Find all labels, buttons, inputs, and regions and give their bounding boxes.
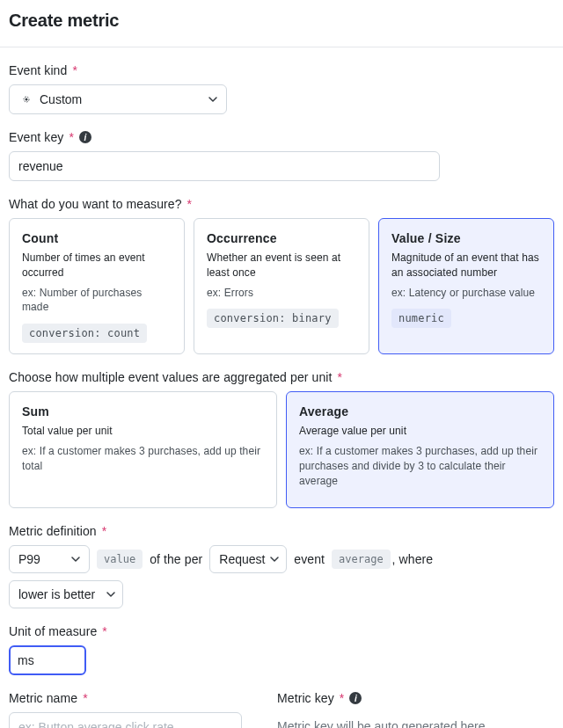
label-text: Event kind — [9, 63, 67, 77]
label-text: Event key — [9, 130, 63, 144]
event-kind-label: Event kind * — [9, 63, 554, 77]
definition-stat-select[interactable]: P99 — [9, 545, 90, 573]
name-key-row: Metric name * Metric key * i Metric key … — [9, 691, 554, 728]
metric-name-label: Metric name * — [9, 691, 242, 705]
header-divider — [0, 47, 563, 47]
definition-text-where: , where — [392, 552, 434, 566]
card-title: Occurrence — [207, 231, 356, 245]
aggregation-option-average[interactable]: Average Average value per unit ex: If a … — [286, 391, 554, 508]
metric-key-generated-text: Metric key will be auto generated here — [277, 712, 554, 728]
definition-label: Metric definition * — [9, 524, 554, 538]
stat-value: P99 — [18, 552, 40, 566]
required-marker: * — [102, 624, 107, 638]
card-title: Count — [22, 231, 172, 245]
event-key-label: Event key * i — [9, 130, 554, 144]
unit-of-measure-input[interactable] — [9, 645, 86, 675]
measure-option-occurrence[interactable]: Occurrence Whether an event is seen at l… — [194, 218, 369, 354]
measure-label: What do you want to measure? * — [9, 197, 554, 211]
card-desc: Number of times an event occurred — [22, 251, 172, 280]
metric-name-input[interactable] — [9, 712, 242, 728]
card-example: ex: Errors — [207, 286, 356, 301]
card-example: ex: Number of purchases made — [22, 286, 172, 316]
measure-option-count[interactable]: Count Number of times an event occurred … — [9, 218, 185, 354]
card-title: Average — [299, 404, 541, 419]
required-marker: * — [83, 691, 88, 705]
definition-section: Metric definition * P99 value of the per… — [9, 524, 554, 608]
card-title: Sum — [22, 404, 264, 419]
required-marker: * — [340, 691, 345, 705]
measure-options: Count Number of times an event occurred … — [9, 218, 554, 354]
metric-name-col: Metric name * — [9, 691, 242, 728]
card-desc: Total value per unit — [22, 424, 264, 439]
event-kind-value: Custom — [40, 92, 82, 106]
card-desc: Average value per unit — [299, 424, 541, 439]
card-title: Value / Size — [391, 231, 541, 245]
definition-stat-wrap: P99 — [9, 545, 90, 573]
target-icon — [20, 93, 33, 106]
aggregation-options: Sum Total value per unit ex: If a custom… — [9, 391, 554, 508]
aggregation-option-sum[interactable]: Sum Total value per unit ex: If a custom… — [9, 391, 277, 508]
definition-row: P99 value of the per Request event avera… — [9, 545, 554, 608]
required-marker: * — [69, 130, 74, 144]
label-text: Metric definition — [9, 524, 97, 538]
card-desc: Whether an event is seen at least once — [207, 251, 356, 280]
metric-key-label: Metric key * i — [277, 691, 554, 705]
event-kind-select-wrap: Custom — [9, 84, 227, 114]
event-kind-section: Event kind * Custom — [9, 63, 554, 114]
card-tag: conversion: count — [22, 324, 147, 343]
event-kind-select[interactable]: Custom — [9, 84, 227, 114]
label-text: Choose how multiple event values are agg… — [9, 370, 333, 384]
required-marker: * — [338, 370, 343, 384]
aggregation-label: Choose how multiple event values are agg… — [9, 370, 554, 384]
unit-of-measure-section: Unit of measure * — [9, 624, 554, 675]
definition-direction-select[interactable]: lower is better — [9, 580, 123, 608]
definition-unit-wrap: Request — [209, 545, 287, 573]
aggregation-section: Choose how multiple event values are agg… — [9, 370, 554, 508]
definition-direction-wrap: lower is better — [9, 580, 123, 608]
card-example: ex: Latency or purchase value — [391, 286, 541, 301]
required-marker: * — [72, 63, 77, 77]
direction-value: lower is better — [18, 587, 95, 601]
definition-average-tag: average — [332, 550, 391, 569]
label-text: Metric name — [9, 691, 77, 705]
unit-value: Request — [219, 552, 265, 566]
measure-option-value-size[interactable]: Value / Size Magnitude of an event that … — [378, 218, 554, 354]
required-marker: * — [102, 524, 107, 538]
page-title: Create metric — [9, 11, 554, 47]
metric-key-col: Metric key * i Metric key will be auto g… — [277, 691, 554, 728]
definition-text-event: event — [294, 552, 325, 566]
info-icon[interactable]: i — [349, 692, 362, 704]
svg-point-1 — [26, 98, 28, 101]
unit-of-measure-label: Unit of measure * — [9, 624, 554, 638]
info-icon[interactable]: i — [79, 131, 91, 143]
required-marker: * — [187, 197, 193, 211]
card-example: ex: If a customer makes 3 purchases, add… — [22, 444, 264, 474]
measure-section: What do you want to measure? * Count Num… — [9, 197, 554, 354]
card-example: ex: If a customer makes 3 purchases, add… — [299, 444, 541, 488]
event-key-input[interactable] — [9, 151, 440, 181]
card-tag: conversion: binary — [207, 309, 339, 328]
label-text: Metric key — [277, 691, 334, 705]
label-text: What do you want to measure? — [9, 197, 182, 211]
card-tag: numeric — [391, 309, 451, 328]
card-desc: Magnitude of an event that has an associ… — [391, 251, 541, 280]
label-text: Unit of measure — [9, 624, 97, 638]
definition-value-tag: value — [97, 550, 143, 569]
definition-text-of-the-per: of the per — [150, 552, 202, 566]
event-key-section: Event key * i — [9, 130, 554, 181]
definition-unit-select[interactable]: Request — [209, 545, 287, 573]
